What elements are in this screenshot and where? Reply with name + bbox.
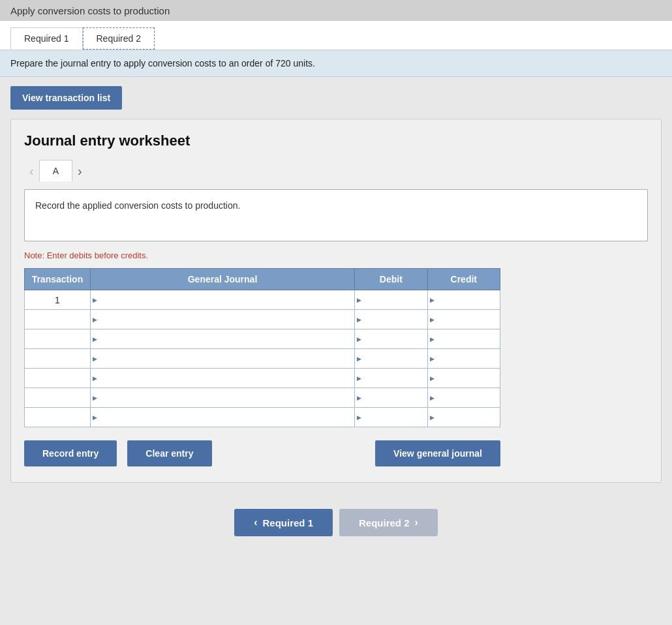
debit-input[interactable] [355, 349, 427, 368]
debit-input[interactable] [355, 408, 427, 427]
credit-cell[interactable] [427, 290, 500, 310]
debit-cell[interactable] [355, 310, 427, 329]
debit-cell[interactable] [355, 369, 427, 388]
debit-input[interactable] [355, 388, 427, 407]
bottom-nav-prev-button[interactable]: ‹ Required 1 [234, 509, 333, 536]
bottom-nav: ‹ Required 1 Required 2 › [0, 496, 672, 549]
instruction-text: Prepare the journal entry to apply conve… [10, 58, 315, 69]
credit-cell[interactable] [427, 408, 500, 427]
table-row [25, 408, 500, 427]
general-journal-cell[interactable] [90, 408, 354, 427]
journal-table: Transaction General Journal Debit Credit… [24, 268, 500, 427]
credit-input[interactable] [428, 388, 500, 407]
table-row [25, 388, 500, 408]
debit-input[interactable] [355, 310, 427, 329]
col-header-credit: Credit [427, 269, 500, 290]
tab-required1-label: Required 1 [24, 33, 69, 44]
bottom-nav-prev-chevron: ‹ [254, 517, 257, 528]
credit-cell[interactable] [427, 349, 500, 369]
table-row [25, 349, 500, 369]
worksheet-tab-label: A [53, 166, 59, 176]
view-general-journal-button[interactable]: View general journal [375, 440, 500, 466]
general-journal-input[interactable] [91, 408, 354, 427]
action-buttons-row: Record entry Clear entry View general jo… [24, 440, 500, 466]
view-transaction-button[interactable]: View transaction list [10, 86, 122, 110]
transaction-cell [25, 408, 91, 427]
general-journal-cell[interactable] [90, 349, 354, 369]
general-journal-input[interactable] [91, 369, 354, 388]
worksheet-title: Journal entry worksheet [24, 132, 648, 149]
credit-input[interactable] [428, 329, 500, 348]
transaction-cell [25, 310, 91, 329]
transaction-cell: 1 [25, 290, 91, 310]
tab-required1[interactable]: Required 1 [10, 27, 83, 50]
general-journal-cell[interactable] [90, 369, 354, 388]
transaction-cell [25, 349, 91, 369]
general-journal-cell[interactable] [90, 388, 354, 408]
col-header-debit: Debit [355, 269, 427, 290]
worksheet-tab-a[interactable]: A [39, 160, 72, 182]
col-header-transaction: Transaction [25, 269, 91, 290]
credit-cell[interactable] [427, 310, 500, 329]
tab-required2-label: Required 2 [97, 33, 142, 44]
description-box: Record the applied conversion costs to p… [24, 189, 648, 241]
transaction-cell [25, 369, 91, 388]
tab-required2[interactable]: Required 2 [83, 27, 155, 50]
tab-nav: ‹ A › [24, 160, 648, 181]
tabs-container: Required 1 Required 2 [0, 21, 672, 50]
debit-input[interactable] [355, 329, 427, 348]
debit-cell[interactable] [355, 329, 427, 349]
worksheet-container: Journal entry worksheet ‹ A › Record the… [10, 119, 662, 483]
debit-input[interactable] [355, 369, 427, 388]
debit-cell[interactable] [355, 388, 427, 408]
general-journal-input[interactable] [91, 310, 354, 329]
debit-cell[interactable] [355, 290, 427, 310]
debit-input[interactable] [355, 290, 427, 309]
bottom-nav-next-chevron: › [415, 517, 418, 528]
bottom-nav-next-button: Required 2 › [339, 509, 438, 536]
general-journal-input[interactable] [91, 290, 354, 309]
general-journal-input[interactable] [91, 388, 354, 407]
clear-entry-button[interactable]: Clear entry [127, 440, 211, 466]
general-journal-cell[interactable] [90, 310, 354, 329]
chevron-left-icon: ‹ [29, 164, 34, 178]
bottom-nav-next-label: Required 2 [359, 517, 410, 528]
debit-cell[interactable] [355, 349, 427, 369]
general-journal-input[interactable] [91, 329, 354, 348]
view-transaction-container: View transaction list [0, 77, 672, 119]
record-entry-button[interactable]: Record entry [24, 440, 117, 466]
credit-cell[interactable] [427, 329, 500, 349]
chevron-right-icon: › [78, 164, 82, 178]
table-row [25, 369, 500, 388]
credit-input[interactable] [428, 290, 500, 309]
bottom-nav-prev-label: Required 1 [262, 517, 313, 528]
top-bar-text: Apply conversion costs to production [10, 5, 170, 16]
table-row [25, 310, 500, 329]
top-bar: Apply conversion costs to production [0, 0, 672, 21]
general-journal-input[interactable] [91, 349, 354, 368]
prev-tab-button[interactable]: ‹ [24, 162, 39, 180]
credit-input[interactable] [428, 369, 500, 388]
debit-cell[interactable] [355, 408, 427, 427]
instruction-bar: Prepare the journal entry to apply conve… [0, 50, 672, 77]
description-text: Record the applied conversion costs to p… [35, 200, 240, 211]
transaction-cell [25, 329, 91, 349]
note-text: Note: Enter debits before credits. [24, 251, 648, 260]
col-header-general-journal: General Journal [90, 269, 354, 290]
transaction-cell [25, 388, 91, 408]
table-row: 1 [25, 290, 500, 310]
general-journal-cell[interactable] [90, 329, 354, 349]
credit-input[interactable] [428, 349, 500, 368]
credit-cell[interactable] [427, 369, 500, 388]
general-journal-cell[interactable] [90, 290, 354, 310]
table-row [25, 329, 500, 349]
next-tab-button[interactable]: › [72, 162, 87, 180]
credit-input[interactable] [428, 408, 500, 427]
credit-cell[interactable] [427, 388, 500, 408]
credit-input[interactable] [428, 310, 500, 329]
